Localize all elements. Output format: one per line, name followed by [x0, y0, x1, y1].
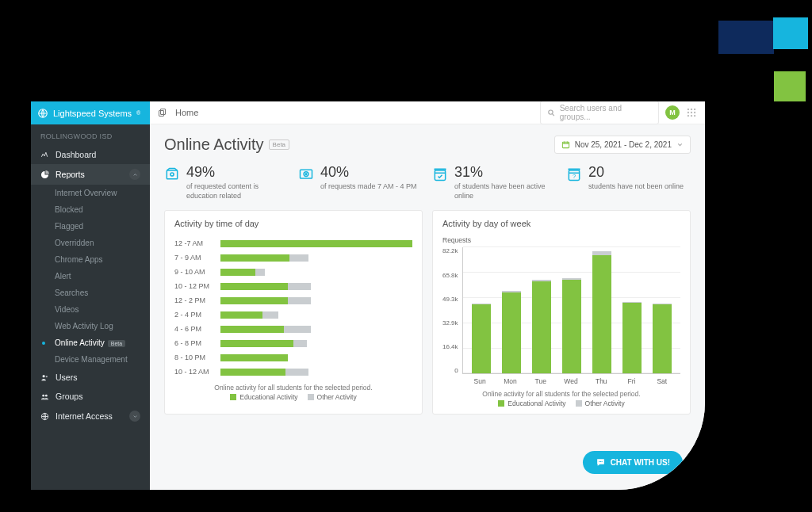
- sidebar-sub-device-management[interactable]: Device Management: [31, 351, 150, 368]
- chart-bar: [653, 304, 672, 373]
- reports-icon: [40, 170, 49, 179]
- svg-point-4: [688, 109, 689, 110]
- svg-point-27: [599, 461, 599, 462]
- sidebar-item-dashboard[interactable]: Dashboard: [31, 145, 150, 164]
- date-range-picker[interactable]: Nov 25, 2021 - Dec 2, 2021: [554, 136, 691, 154]
- search-input[interactable]: Search users and groups...: [540, 101, 659, 124]
- chat-label: CHAT WITH US!: [611, 458, 670, 467]
- svg-point-13: [43, 375, 45, 377]
- chart-row: 12 - 2 PM: [174, 293, 412, 308]
- y-tick: 65.8k: [442, 272, 458, 279]
- svg-rect-24: [435, 170, 445, 181]
- svg-point-12: [694, 115, 695, 117]
- dashboard-icon: [40, 151, 49, 159]
- stat-text: of students have been active online: [454, 182, 557, 201]
- org-name: ROLLINGWOOD ISD: [31, 124, 150, 145]
- chevron-up-icon: [129, 169, 140, 180]
- svg-point-11: [691, 115, 692, 117]
- svg-point-9: [694, 112, 695, 113]
- svg-point-7: [688, 112, 689, 113]
- svg-point-23: [305, 174, 307, 175]
- stat-value: 49%: [186, 165, 289, 179]
- page-title: Online Activity Beta: [164, 136, 289, 154]
- svg-point-14: [46, 375, 48, 376]
- chart-row: 8 - 10 PM: [174, 350, 412, 365]
- chart-row: 9 - 10 AM: [174, 265, 412, 279]
- x-tick: Wed: [561, 377, 580, 385]
- time-label: 8 - 10 PM: [174, 353, 216, 361]
- brand[interactable]: Lightspeed Systems®: [31, 101, 150, 124]
- beta-badge: Beta: [108, 340, 125, 347]
- time-label: 4 - 6 PM: [174, 325, 216, 333]
- sidebar-sub-internet-overview[interactable]: Internet Overview: [31, 185, 150, 201]
- sidebar-sub-videos[interactable]: Videos: [31, 301, 150, 318]
- date-range-text: Nov 25, 2021 - Dec 2, 2021: [575, 140, 672, 149]
- time-of-day-chart: 12 -7 AM 7 - 9 AM 9 - 10 AM 10 - 12 PM 1…: [174, 236, 412, 379]
- time-label: 7 - 9 AM: [174, 254, 216, 262]
- time-label: 12 - 2 PM: [174, 296, 216, 304]
- time-label: 10 - 12 AM: [174, 368, 216, 376]
- sidebar-sub-flagged[interactable]: Flagged: [31, 218, 150, 235]
- chevron-down-icon: [129, 411, 140, 422]
- clock-icon: [298, 166, 314, 182]
- chart-row: 7 - 9 AM: [174, 250, 412, 265]
- chart-bar: [502, 291, 521, 373]
- apps-grid-icon[interactable]: [686, 107, 697, 118]
- breadcrumb-bar: Home: [150, 101, 540, 124]
- card-title: Activity by day of week: [442, 219, 680, 228]
- sidebar-sub-web-activity-log[interactable]: Web Activity Log: [31, 318, 150, 334]
- groups-icon: [40, 392, 49, 401]
- x-tick: Sat: [653, 377, 672, 385]
- legend: Educational Activity Other Activity: [442, 399, 680, 407]
- sidebar-sub-chrome-apps[interactable]: Chrome Apps: [31, 251, 150, 268]
- stats-row: 49% of requested content is education re…: [164, 165, 691, 201]
- y-tick: 16.4k: [442, 343, 458, 350]
- svg-point-6: [694, 109, 695, 110]
- svg-rect-19: [167, 170, 177, 179]
- svg-rect-2: [159, 111, 164, 117]
- sidebar-item-groups[interactable]: Groups: [31, 387, 150, 406]
- y-tick: 82.2k: [442, 247, 458, 254]
- chart-note: Online activity for all students for the…: [442, 390, 680, 398]
- svg-point-10: [688, 115, 689, 117]
- beta-badge: Beta: [269, 139, 289, 150]
- time-label: 2 - 4 PM: [174, 311, 216, 319]
- stat-text: of requests made 7 AM - 4 PM: [320, 182, 417, 192]
- svg-point-15: [42, 394, 44, 396]
- svg-point-28: [599, 461, 600, 462]
- svg-text:?: ?: [573, 173, 576, 180]
- sidebar: ROLLINGWOOD ISD Dashboard Reports Intern…: [31, 124, 150, 490]
- y-tick: 32.9k: [442, 319, 458, 327]
- chart-row: 2 - 4 PM: [174, 308, 412, 322]
- svg-rect-18: [562, 142, 569, 147]
- day-of-week-chart: Requests 82.2k65.8k49.3k32.9k16.4k0 SunM…: [442, 236, 680, 385]
- legend: Educational Activity Other Activity: [174, 393, 412, 401]
- avatar[interactable]: M: [665, 105, 680, 120]
- sidebar-sub-searches[interactable]: Searches: [31, 285, 150, 301]
- sidebar-sub-online-activity[interactable]: Online ActivityBeta: [31, 334, 150, 351]
- sidebar-item-internet-access[interactable]: Internet Access: [31, 406, 150, 426]
- sidebar-sub-blocked[interactable]: Blocked: [31, 201, 150, 218]
- x-tick: Tue: [531, 377, 550, 385]
- sidebar-item-reports[interactable]: Reports: [31, 164, 150, 185]
- chart-row: 10 - 12 PM: [174, 279, 412, 293]
- time-label: 10 - 12 PM: [174, 282, 216, 290]
- time-label: 6 - 8 PM: [174, 339, 216, 347]
- stat-text: students have not been online: [588, 182, 684, 192]
- decorative-block-teal: [773, 17, 808, 49]
- breadcrumb-home[interactable]: Home: [175, 108, 198, 117]
- sidebar-sub-alert[interactable]: Alert: [31, 268, 150, 285]
- chart-note: Online activity for all students for the…: [174, 384, 412, 392]
- chat-button[interactable]: CHAT WITH US!: [583, 451, 683, 474]
- y-tick: 49.3k: [442, 296, 458, 303]
- stat-value: 40%: [320, 165, 417, 179]
- svg-point-16: [45, 394, 48, 396]
- sidebar-sub-overridden[interactable]: Overridden: [31, 235, 150, 251]
- sidebar-item-users[interactable]: Users: [31, 368, 150, 387]
- stat-value: 20: [588, 165, 684, 179]
- x-tick: Thu: [592, 377, 611, 385]
- chart-bar: [562, 278, 581, 373]
- topbar-right: Search users and groups... M: [540, 101, 705, 124]
- y-axis-label: Requests: [442, 236, 680, 244]
- svg-point-3: [549, 109, 553, 113]
